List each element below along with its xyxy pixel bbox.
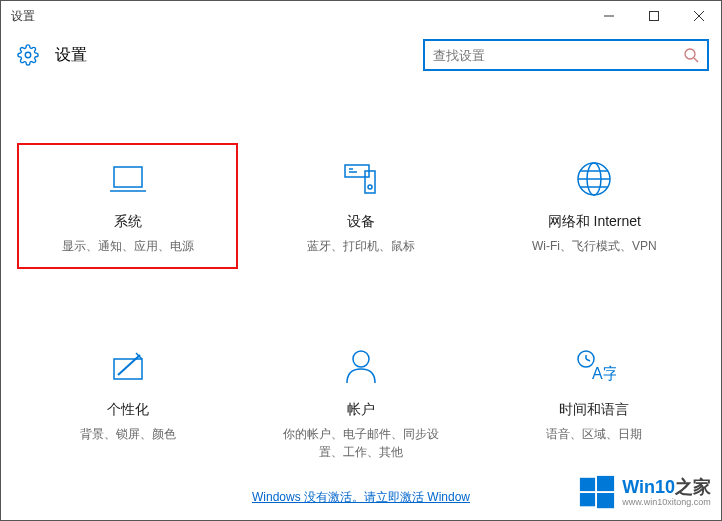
tile-devices[interactable]: 设备 蓝牙、打印机、鼠标 — [254, 147, 467, 265]
maximize-button[interactable] — [631, 1, 676, 31]
watermark: Win10之家 www.win10xitong.com — [574, 472, 715, 514]
svg-point-11 — [368, 185, 372, 189]
close-button[interactable] — [676, 1, 721, 31]
tile-desc: 语音、区域、日期 — [546, 425, 642, 443]
svg-point-20 — [353, 351, 369, 367]
windows-logo-icon — [578, 474, 616, 512]
watermark-brand: Win10 — [622, 477, 675, 497]
time-language-icon: A字 — [572, 345, 616, 389]
svg-line-6 — [694, 58, 698, 62]
tile-desc: 背景、锁屏、颜色 — [80, 425, 176, 443]
svg-point-4 — [25, 52, 31, 58]
watermark-suffix: 之家 — [675, 477, 711, 497]
tile-personalization[interactable]: 个性化 背景、锁屏、颜色 — [21, 335, 234, 471]
search-input[interactable] — [433, 48, 683, 63]
tile-network[interactable]: 网络和 Internet Wi-Fi、飞行模式、VPN — [488, 147, 701, 265]
svg-rect-25 — [580, 478, 595, 491]
tile-accounts[interactable]: 帐户 你的帐户、电子邮件、同步设置、工作、其他 — [254, 335, 467, 471]
svg-line-23 — [586, 359, 590, 361]
laptop-icon — [106, 157, 150, 201]
tile-desc: Wi-Fi、飞行模式、VPN — [532, 237, 657, 255]
tile-title: 系统 — [114, 213, 142, 231]
tile-title: 个性化 — [107, 401, 149, 419]
svg-rect-27 — [580, 493, 595, 506]
watermark-text: Win10之家 www.win10xitong.com — [622, 478, 711, 508]
settings-grid: 系统 显示、通知、应用、电源 设备 蓝牙、打印机、鼠标 网络和 Internet… — [1, 87, 721, 471]
minimize-button[interactable] — [586, 1, 631, 31]
header: 设置 — [1, 31, 721, 87]
personalization-icon — [106, 345, 150, 389]
window-controls — [586, 1, 721, 31]
svg-rect-1 — [649, 12, 658, 21]
titlebar: 设置 — [1, 1, 721, 31]
page-title: 设置 — [55, 45, 87, 66]
svg-rect-28 — [597, 493, 614, 508]
tile-desc: 你的帐户、电子邮件、同步设置、工作、其他 — [276, 425, 446, 461]
tile-time-language[interactable]: A字 时间和语言 语音、区域、日期 — [488, 335, 701, 471]
search-icon — [683, 47, 699, 63]
gear-icon — [17, 44, 39, 66]
person-icon — [339, 345, 383, 389]
tile-title: 时间和语言 — [559, 401, 629, 419]
activation-link[interactable]: Windows 没有激活。请立即激活 Window — [252, 489, 470, 506]
tile-system[interactable]: 系统 显示、通知、应用、电源 — [21, 147, 234, 265]
svg-rect-26 — [597, 476, 614, 491]
devices-icon — [339, 157, 383, 201]
svg-rect-19 — [114, 359, 142, 379]
tile-desc: 显示、通知、应用、电源 — [62, 237, 194, 255]
svg-rect-7 — [114, 167, 142, 187]
window-title: 设置 — [11, 8, 35, 25]
tile-title: 网络和 Internet — [548, 213, 641, 231]
svg-text:A字: A字 — [592, 365, 616, 382]
tile-desc: 蓝牙、打印机、鼠标 — [307, 237, 415, 255]
watermark-url: www.win10xitong.com — [622, 498, 711, 508]
search-box[interactable] — [423, 39, 709, 71]
tile-title: 设备 — [347, 213, 375, 231]
svg-point-5 — [685, 49, 695, 59]
tile-title: 帐户 — [347, 401, 375, 419]
globe-icon — [572, 157, 616, 201]
